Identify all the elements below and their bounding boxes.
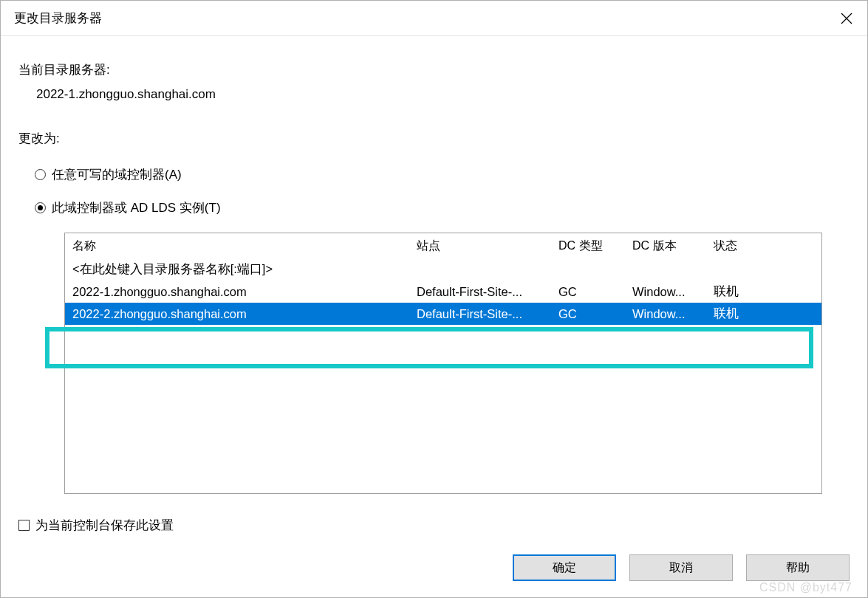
save-checkbox-label: 为当前控制台保存此设置 (35, 517, 174, 534)
radio-icon (35, 202, 46, 213)
cell-dcver: Window... (625, 285, 706, 299)
col-header-site[interactable]: 站点 (409, 238, 551, 254)
close-button[interactable] (826, 1, 867, 35)
cancel-button[interactable]: 取消 (629, 554, 733, 581)
cell-site: Default-First-Site-... (409, 285, 551, 299)
watermark: CSDN @byt477 (759, 581, 852, 594)
table-row[interactable]: 2022-2.zhongguo.shanghai.com Default-Fir… (65, 303, 821, 325)
col-header-name[interactable]: 名称 (65, 238, 409, 254)
change-directory-server-dialog: 更改目录服务器 当前目录服务器: 2022-1.zhongguo.shangha… (0, 0, 868, 598)
cell-dctype: GC (551, 285, 625, 299)
ok-button[interactable]: 确定 (513, 554, 616, 581)
radio-any-writable-label: 任意可写的域控制器(A) (52, 166, 182, 183)
col-header-dcver[interactable]: DC 版本 (625, 238, 706, 254)
radio-this-dc[interactable]: 此域控制器或 AD LDS 实例(T) (35, 199, 850, 216)
cell-dctype: GC (551, 307, 625, 321)
dc-list-table[interactable]: 名称 站点 DC 类型 DC 版本 状态 <在此处键入目录服务器名称[:端口]>… (64, 233, 822, 494)
button-bar: 确定 取消 帮助 (513, 554, 850, 581)
cell-status: 联机 (706, 283, 821, 300)
cell-name: 2022-2.zhongguo.shanghai.com (65, 307, 409, 321)
table-placeholder-row[interactable]: <在此处键入目录服务器名称[:端口]> (65, 258, 821, 281)
table-row[interactable]: 2022-1.zhongguo.shanghai.com Default-Fir… (65, 281, 821, 303)
radio-this-dc-label: 此域控制器或 AD LDS 实例(T) (52, 199, 221, 216)
cell-dcver: Window... (625, 307, 706, 321)
close-icon (841, 13, 852, 24)
change-to-label: 更改为: (18, 130, 850, 147)
col-header-dctype[interactable]: DC 类型 (551, 238, 625, 254)
save-for-console-row[interactable]: 为当前控制台保存此设置 (18, 517, 174, 534)
checkbox-icon (18, 520, 30, 531)
current-server-value: 2022-1.zhongguo.shanghai.com (36, 87, 850, 102)
cell-site: Default-First-Site-... (409, 307, 551, 321)
cell-name: 2022-1.zhongguo.shanghai.com (65, 285, 409, 299)
placeholder-cell: <在此处键入目录服务器名称[:端口]> (65, 261, 409, 278)
table-header: 名称 站点 DC 类型 DC 版本 状态 (65, 233, 821, 258)
current-server-label: 当前目录服务器: (18, 61, 850, 78)
help-button[interactable]: 帮助 (746, 554, 850, 581)
col-header-status[interactable]: 状态 (706, 238, 821, 254)
titlebar: 更改目录服务器 (1, 1, 867, 36)
radio-icon (35, 169, 46, 180)
dialog-title: 更改目录服务器 (14, 10, 102, 27)
cell-status: 联机 (706, 306, 821, 322)
radio-any-writable-dc[interactable]: 任意可写的域控制器(A) (35, 166, 850, 183)
dialog-body: 当前目录服务器: 2022-1.zhongguo.shanghai.com 更改… (1, 36, 867, 597)
